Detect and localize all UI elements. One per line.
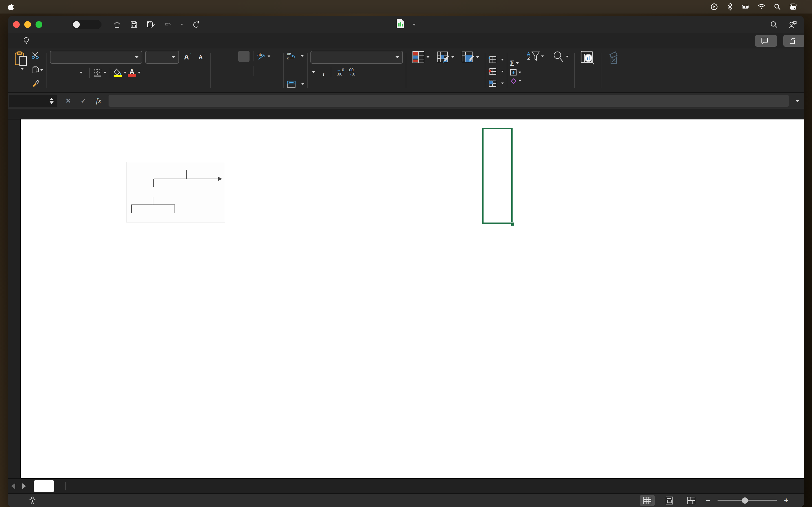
search-icon[interactable] bbox=[774, 3, 781, 10]
zoom-slider-thumb[interactable] bbox=[742, 497, 748, 504]
title-chevron-icon[interactable] bbox=[412, 24, 416, 25]
clipboard-icon bbox=[14, 51, 28, 66]
undo-chevron-icon[interactable] bbox=[181, 24, 183, 25]
minimize-window-button[interactable] bbox=[24, 21, 31, 28]
wrap-text-icon: abc bbox=[287, 52, 295, 60]
selected-cell-q52[interactable] bbox=[482, 128, 513, 224]
autosave-toggle[interactable] bbox=[71, 20, 101, 29]
align-center-button[interactable] bbox=[226, 65, 237, 76]
comma-format-button[interactable]: , bbox=[322, 68, 326, 77]
currency-format-button[interactable] bbox=[310, 71, 315, 73]
feedback-person-icon[interactable] bbox=[788, 20, 797, 29]
cut-icon[interactable] bbox=[32, 52, 43, 61]
insert-function-icon[interactable]: fx bbox=[96, 97, 101, 105]
analyze-data-button[interactable] bbox=[578, 51, 598, 93]
battery-charging-icon[interactable] bbox=[742, 3, 749, 10]
orientation-button[interactable]: ab bbox=[257, 51, 270, 62]
next-sheet-icon[interactable] bbox=[22, 483, 26, 489]
name-box-spinner[interactable] bbox=[50, 98, 54, 104]
zoom-in-button[interactable]: + bbox=[784, 496, 788, 505]
italic-button[interactable] bbox=[62, 67, 73, 78]
fill-handle[interactable] bbox=[511, 222, 515, 226]
page-break-view-button[interactable] bbox=[684, 495, 699, 506]
merge-center-icon bbox=[287, 80, 296, 89]
decrease-font-button[interactable]: Aˇ bbox=[196, 52, 207, 63]
prev-sheet-icon[interactable] bbox=[11, 483, 15, 489]
column-headers bbox=[8, 109, 804, 119]
format-painter-icon[interactable] bbox=[32, 80, 43, 89]
ribbon-tab-bar bbox=[8, 33, 804, 48]
bluetooth-icon[interactable] bbox=[726, 3, 733, 10]
title-bar bbox=[8, 16, 804, 33]
formula-input[interactable] bbox=[109, 95, 789, 107]
decrease-decimal-button[interactable]: .00→.0 bbox=[348, 68, 355, 76]
accessibility-status[interactable] bbox=[29, 497, 40, 504]
insert-cells-button[interactable] bbox=[488, 54, 504, 65]
save-icon[interactable] bbox=[130, 20, 138, 29]
number-format-select[interactable] bbox=[310, 51, 403, 64]
font-name-select[interactable] bbox=[50, 51, 142, 64]
row-headers bbox=[8, 119, 21, 478]
find-select-button[interactable] bbox=[550, 51, 571, 93]
accessibility-icon bbox=[29, 497, 36, 504]
enter-icon[interactable]: ✓ bbox=[81, 97, 86, 105]
increase-decimal-button[interactable]: ←.0.00 bbox=[337, 68, 344, 76]
undo-icon[interactable] bbox=[163, 20, 172, 29]
cell-grid[interactable] bbox=[8, 119, 804, 478]
sensitivity-icon bbox=[607, 51, 622, 65]
font-color-button[interactable]: A bbox=[128, 67, 141, 78]
comments-button[interactable] bbox=[755, 35, 777, 47]
wifi-icon[interactable] bbox=[758, 3, 765, 10]
align-top-button[interactable] bbox=[213, 51, 225, 62]
control-center-icon[interactable] bbox=[790, 3, 797, 10]
sort-filter-button[interactable]: AZ bbox=[524, 51, 547, 93]
conditional-formatting-button[interactable] bbox=[409, 51, 432, 93]
increase-indent-button[interactable] bbox=[269, 65, 281, 76]
format-as-table-button[interactable] bbox=[434, 51, 457, 93]
redo-icon[interactable] bbox=[192, 20, 200, 29]
merge-center-button[interactable] bbox=[287, 80, 304, 89]
align-middle-button[interactable] bbox=[226, 51, 237, 62]
delete-cells-button[interactable] bbox=[488, 66, 504, 77]
decrease-indent-button[interactable] bbox=[257, 65, 268, 76]
ribbon: Aˆ Aˇ A ab bbox=[8, 48, 804, 93]
save-as-icon[interactable] bbox=[147, 20, 155, 29]
expand-formula-bar-icon[interactable] bbox=[796, 98, 799, 103]
align-right-button[interactable] bbox=[238, 65, 250, 76]
zoom-out-button[interactable]: − bbox=[706, 496, 710, 505]
playback-icon[interactable] bbox=[711, 3, 718, 10]
format-as-table-icon bbox=[437, 51, 450, 64]
cell-styles-button[interactable] bbox=[459, 51, 482, 93]
fill-color-button[interactable] bbox=[114, 67, 126, 78]
wrap-text-button[interactable]: abc bbox=[287, 52, 304, 60]
apple-icon[interactable] bbox=[7, 3, 15, 10]
align-left-button[interactable] bbox=[213, 65, 225, 76]
search-icon[interactable] bbox=[770, 20, 778, 29]
cell-styles-icon bbox=[462, 51, 474, 64]
maximize-window-button[interactable] bbox=[36, 21, 42, 28]
excel-window: Aˆ Aˇ A ab bbox=[8, 16, 804, 507]
align-bottom-button[interactable] bbox=[238, 51, 250, 62]
zoom-slider[interactable] bbox=[718, 500, 777, 501]
format-cells-button[interactable] bbox=[488, 78, 504, 89]
underline-button[interactable] bbox=[75, 67, 86, 78]
cancel-icon[interactable]: ✕ bbox=[65, 97, 71, 105]
close-window-button[interactable] bbox=[13, 21, 20, 28]
increase-font-button[interactable]: Aˆ bbox=[182, 52, 193, 63]
home-icon[interactable] bbox=[113, 20, 121, 29]
paste-button[interactable] bbox=[11, 51, 31, 93]
fill-button[interactable] bbox=[510, 69, 521, 76]
borders-button[interactable] bbox=[93, 67, 106, 78]
sheet-tab-chapter4[interactable] bbox=[34, 480, 54, 492]
name-box[interactable] bbox=[9, 95, 57, 107]
bold-button[interactable] bbox=[50, 67, 61, 78]
font-size-select[interactable] bbox=[145, 51, 179, 64]
page-layout-view-button[interactable] bbox=[662, 495, 677, 506]
share-button[interactable] bbox=[783, 35, 804, 47]
share-icon bbox=[789, 38, 796, 44]
copy-icon[interactable] bbox=[32, 66, 43, 74]
tell-me[interactable] bbox=[23, 37, 32, 45]
clear-button[interactable] bbox=[510, 77, 521, 84]
autosum-button[interactable]: Σ bbox=[510, 59, 521, 67]
normal-view-button[interactable] bbox=[640, 495, 655, 506]
